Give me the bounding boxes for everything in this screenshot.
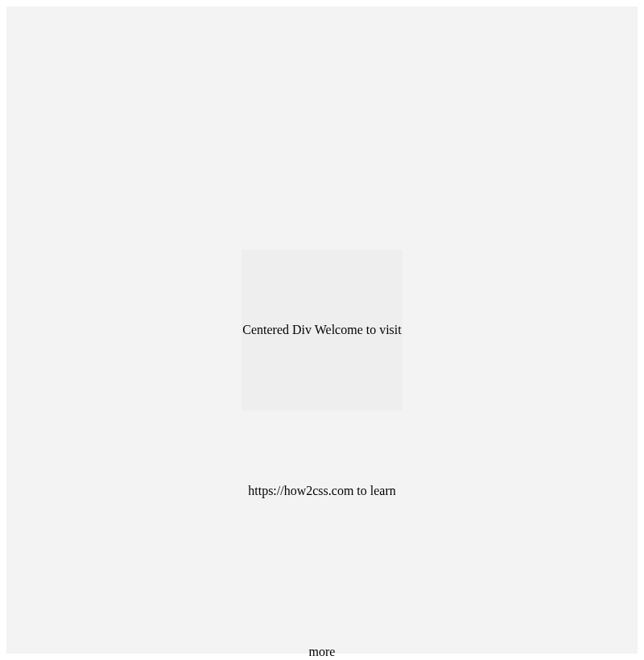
page-container: Centered Div Welcome to visit https://ho… — [6, 6, 638, 654]
centered-div: Centered Div Welcome to visit https://ho… — [242, 250, 402, 410]
